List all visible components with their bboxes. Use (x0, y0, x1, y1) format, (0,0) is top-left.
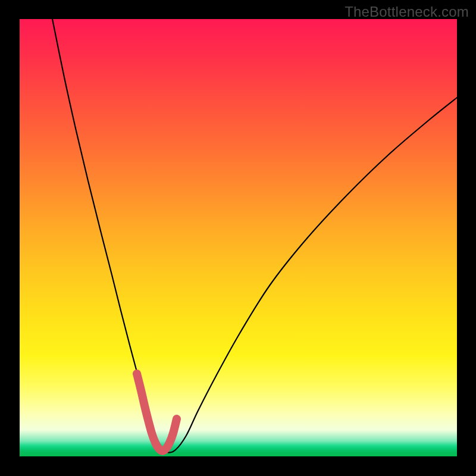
bottleneck-curve (52, 19, 457, 453)
watermark-text: TheBottleneck.com (345, 4, 469, 20)
chart-frame: TheBottleneck.com (0, 0, 476, 476)
curve-layer (20, 19, 457, 456)
highlight-segment (137, 374, 177, 451)
